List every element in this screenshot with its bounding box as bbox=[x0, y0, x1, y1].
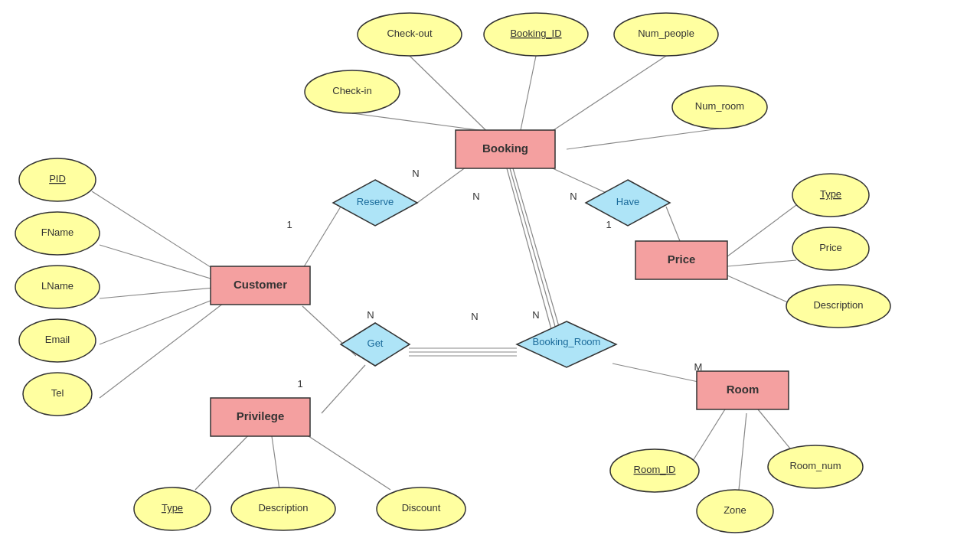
svg-line-10 bbox=[299, 207, 341, 276]
attr-email: Email bbox=[19, 319, 96, 362]
svg-text:Discount: Discount bbox=[402, 502, 441, 514]
attr-checkout: Check-out bbox=[358, 13, 462, 56]
svg-line-16 bbox=[666, 207, 681, 245]
svg-text:Booking_ID: Booking_ID bbox=[510, 28, 561, 39]
cardinality-n-reserve-booking: N bbox=[412, 168, 419, 179]
svg-line-18 bbox=[727, 260, 796, 266]
attr-num-room: Num_room bbox=[672, 86, 767, 129]
attr-checkin: Check-in bbox=[305, 70, 400, 113]
entity-booking: Booking bbox=[456, 130, 555, 168]
cardinality-n-get-customer: N bbox=[367, 309, 374, 321]
svg-text:Reserve: Reserve bbox=[357, 196, 394, 207]
entity-privilege: Privilege bbox=[211, 398, 310, 436]
svg-line-4 bbox=[567, 129, 720, 149]
svg-line-28 bbox=[739, 413, 746, 490]
svg-line-12 bbox=[100, 245, 226, 283]
svg-text:FName: FName bbox=[41, 227, 74, 238]
svg-text:PID: PID bbox=[49, 173, 66, 184]
svg-line-26 bbox=[689, 406, 727, 467]
svg-text:Description: Description bbox=[258, 502, 308, 514]
svg-text:Type: Type bbox=[162, 502, 183, 514]
svg-text:Type: Type bbox=[820, 188, 841, 200]
relation-have: Have bbox=[586, 180, 670, 226]
er-diagram: Check-out Booking_ID Num_people Check-in… bbox=[0, 0, 980, 551]
svg-text:Booking_Room: Booking_Room bbox=[533, 336, 601, 347]
cardinality-1-get-privilege: 1 bbox=[297, 378, 302, 390]
cardinality-m-room: M bbox=[694, 361, 703, 373]
svg-line-7 bbox=[507, 168, 551, 329]
attr-tel: Tel bbox=[23, 373, 92, 416]
cardinality-1-reserve-customer: 1 bbox=[286, 219, 292, 230]
svg-text:Booking: Booking bbox=[482, 142, 528, 155]
svg-line-30 bbox=[272, 436, 279, 490]
svg-text:Customer: Customer bbox=[234, 278, 287, 291]
cardinality-n-booking-bookingroom: N bbox=[472, 191, 479, 202]
svg-text:Check-out: Check-out bbox=[387, 28, 433, 39]
svg-text:Zone: Zone bbox=[724, 504, 746, 516]
svg-line-14 bbox=[100, 295, 226, 344]
svg-text:Num_people: Num_people bbox=[638, 28, 694, 39]
cardinality-n-get-bookingroom: N bbox=[471, 311, 478, 322]
attr-priv-desc: Description bbox=[231, 487, 335, 530]
attr-zone: Zone bbox=[697, 490, 773, 533]
cardinality-1-have-price: 1 bbox=[606, 219, 611, 230]
svg-line-24 bbox=[322, 365, 365, 413]
svg-text:Privilege: Privilege bbox=[237, 409, 285, 422]
attr-price-type: Type bbox=[792, 174, 869, 217]
svg-line-31 bbox=[306, 435, 390, 490]
attr-num-people: Num_people bbox=[614, 13, 718, 56]
svg-text:Room_num: Room_num bbox=[789, 460, 841, 471]
svg-text:Description: Description bbox=[813, 299, 863, 311]
svg-text:Get: Get bbox=[368, 337, 384, 349]
svg-line-13 bbox=[100, 287, 222, 298]
attr-lname: LName bbox=[15, 266, 100, 308]
attr-booking-id: Booking_ID bbox=[484, 13, 588, 56]
attr-discount: Discount bbox=[377, 487, 466, 530]
svg-text:Email: Email bbox=[45, 334, 70, 345]
entity-room: Room bbox=[697, 371, 789, 409]
svg-line-1 bbox=[521, 56, 536, 130]
entity-customer: Customer bbox=[211, 266, 310, 305]
svg-text:Price: Price bbox=[668, 253, 696, 266]
attr-room-id: Room_ID bbox=[610, 449, 699, 492]
svg-line-3 bbox=[352, 113, 490, 132]
relation-booking-room: Booking_Room bbox=[517, 321, 616, 367]
attr-room-num: Room_num bbox=[768, 445, 863, 488]
svg-text:LName: LName bbox=[41, 280, 74, 292]
relation-get: Get bbox=[341, 323, 410, 366]
svg-text:Check-in: Check-in bbox=[332, 85, 371, 96]
cardinality-n-bookingroom2: N bbox=[532, 309, 539, 321]
svg-text:Price: Price bbox=[819, 242, 842, 253]
svg-line-19 bbox=[727, 276, 796, 306]
svg-text:Room: Room bbox=[727, 383, 760, 396]
svg-text:Tel: Tel bbox=[51, 387, 64, 399]
attr-priv-type: Type bbox=[134, 487, 211, 530]
svg-text:Num_room: Num_room bbox=[695, 100, 744, 112]
svg-line-15 bbox=[100, 298, 230, 398]
attr-price-val: Price bbox=[792, 227, 869, 270]
svg-line-8 bbox=[510, 168, 556, 329]
svg-text:Room_ID: Room_ID bbox=[634, 464, 676, 475]
relation-reserve: Reserve bbox=[333, 180, 417, 226]
attr-pid: PID bbox=[19, 158, 96, 201]
attr-price-desc: Description bbox=[786, 285, 890, 328]
svg-text:Have: Have bbox=[616, 196, 639, 207]
attr-fname: FName bbox=[15, 212, 100, 255]
svg-line-29 bbox=[195, 431, 253, 490]
svg-line-11 bbox=[92, 191, 230, 279]
svg-line-9 bbox=[513, 168, 560, 329]
entity-price: Price bbox=[635, 241, 727, 279]
svg-line-2 bbox=[551, 56, 666, 132]
svg-line-17 bbox=[727, 205, 796, 256]
cardinality-n-bookingroom-booking2: N bbox=[570, 191, 577, 202]
